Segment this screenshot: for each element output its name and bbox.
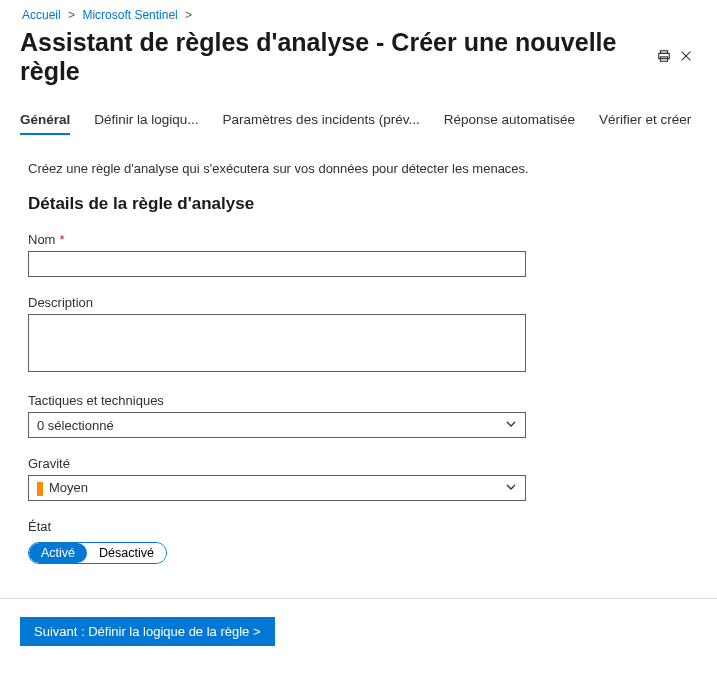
status-label: État	[28, 519, 526, 534]
chevron-down-icon	[505, 481, 517, 496]
name-label: Nom*	[28, 232, 526, 247]
status-toggle: Activé Désactivé	[28, 542, 167, 564]
severity-label: Gravité	[28, 456, 526, 471]
tab-incidents[interactable]: Paramètres des incidents (prév...	[223, 112, 420, 135]
tab-response[interactable]: Réponse automatisée	[444, 112, 575, 135]
description-label: Description	[28, 295, 526, 310]
chevron-down-icon	[505, 418, 517, 433]
severity-selected-text: Moyen	[49, 480, 88, 495]
tactics-select[interactable]: 0 sélectionné	[28, 412, 526, 438]
tab-general[interactable]: Général	[20, 112, 70, 135]
tabs: Général Définir la logiqu... Paramètres …	[20, 112, 697, 135]
breadcrumb-home[interactable]: Accueil	[20, 8, 63, 22]
name-label-text: Nom	[28, 232, 55, 247]
breadcrumb-sep: >	[66, 8, 77, 22]
section-title: Détails de la règle d'analyse	[28, 194, 689, 214]
status-disabled[interactable]: Désactivé	[87, 543, 166, 563]
severity-selected: Moyen	[37, 480, 88, 496]
description-input[interactable]	[28, 314, 526, 372]
print-icon[interactable]	[653, 45, 675, 70]
tactics-label: Tactiques et techniques	[28, 393, 526, 408]
breadcrumb-sep: >	[183, 8, 194, 22]
next-button[interactable]: Suivant : Définir la logique de la règle…	[20, 617, 275, 646]
name-input[interactable]	[28, 251, 526, 277]
required-asterisk: *	[59, 232, 64, 247]
breadcrumb-sentinel[interactable]: Microsoft Sentinel	[80, 8, 179, 22]
severity-select[interactable]: Moyen	[28, 475, 526, 501]
tab-logic[interactable]: Définir la logiqu...	[94, 112, 198, 135]
close-icon[interactable]	[675, 45, 697, 70]
page-title-text: Assistant de règles d'analyse - Créer un…	[20, 28, 643, 86]
severity-swatch	[37, 482, 43, 496]
breadcrumb: Accueil > Microsoft Sentinel >	[20, 8, 697, 22]
tab-review[interactable]: Vérifier et créer	[599, 112, 691, 135]
page-title: Assistant de règles d'analyse - Créer un…	[20, 28, 675, 86]
status-enabled[interactable]: Activé	[29, 543, 87, 563]
intro-text: Créez une règle d'analyse qui s'exécuter…	[28, 161, 689, 176]
tactics-selected-text: 0 sélectionné	[37, 418, 114, 433]
